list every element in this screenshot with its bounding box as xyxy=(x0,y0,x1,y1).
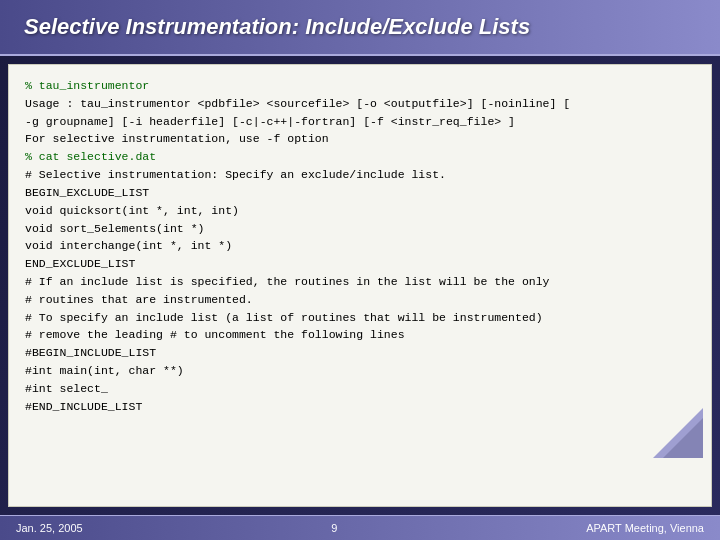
code-line: % tau_instrumentor xyxy=(25,77,695,95)
code-line: # Selective instrumentation: Specify an … xyxy=(25,166,695,184)
code-line: # routines that are instrumented. xyxy=(25,291,695,309)
code-line: For selective instrumentation, use -f op… xyxy=(25,130,695,148)
footer-date: Jan. 25, 2005 xyxy=(16,522,83,534)
code-line: END_EXCLUDE_LIST xyxy=(25,255,695,273)
code-line: Usage : tau_instrumentor <pdbfile> <sour… xyxy=(25,95,695,113)
footer-page: 9 xyxy=(331,522,337,534)
slide: Selective Instrumentation: Include/Exclu… xyxy=(0,0,720,540)
code-line: BEGIN_EXCLUDE_LIST xyxy=(25,184,695,202)
code-line: -g groupname] [-i headerfile] [-c|-c++|-… xyxy=(25,113,695,131)
content-area: % tau_instrumentorUsage : tau_instrument… xyxy=(8,64,712,507)
code-block: % tau_instrumentorUsage : tau_instrument… xyxy=(25,77,695,415)
code-line: % cat selective.dat xyxy=(25,148,695,166)
corner-decoration xyxy=(653,408,703,458)
code-line: void quicksort(int *, int, int) xyxy=(25,202,695,220)
slide-title: Selective Instrumentation: Include/Exclu… xyxy=(24,14,530,39)
code-line: void sort_5elements(int *) xyxy=(25,220,695,238)
code-line: # To specify an include list (a list of … xyxy=(25,309,695,327)
footer-bar: Jan. 25, 2005 9 APART Meeting, Vienna xyxy=(0,515,720,540)
code-line: # If an include list is specified, the r… xyxy=(25,273,695,291)
code-line: #BEGIN_INCLUDE_LIST xyxy=(25,344,695,362)
code-line: # remove the leading # to uncomment the … xyxy=(25,326,695,344)
svg-marker-1 xyxy=(663,418,703,458)
footer-event: APART Meeting, Vienna xyxy=(586,522,704,534)
code-line: void interchange(int *, int *) xyxy=(25,237,695,255)
code-line: #int select_ xyxy=(25,380,695,398)
code-line: #END_INCLUDE_LIST xyxy=(25,398,695,416)
code-line: #int main(int, char **) xyxy=(25,362,695,380)
title-bar: Selective Instrumentation: Include/Exclu… xyxy=(0,0,720,56)
